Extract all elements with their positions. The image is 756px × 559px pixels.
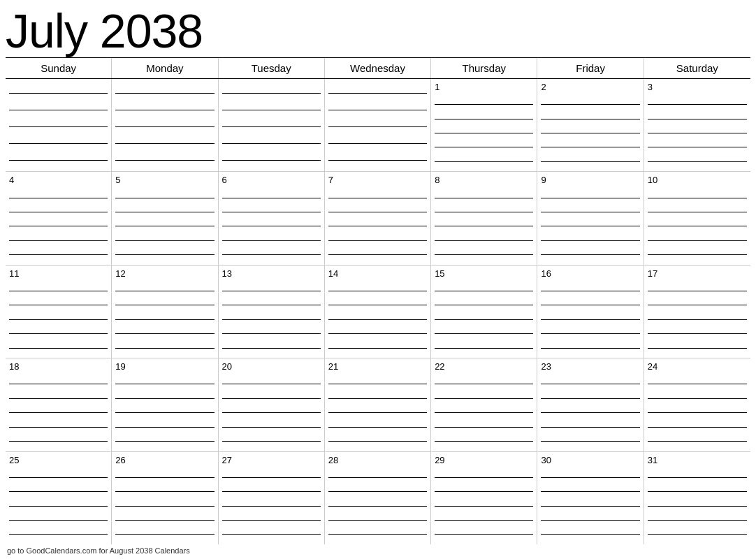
- lines-container: [328, 188, 427, 262]
- day-cell-8: 8: [431, 172, 537, 264]
- calendar-line: [222, 126, 321, 127]
- day-number-24: 24: [648, 361, 747, 372]
- lines-container: [648, 188, 747, 262]
- calendar-line: [648, 147, 747, 147]
- day-number-21: 21: [328, 361, 427, 372]
- calendar-line: [115, 491, 214, 492]
- calendar-line: [328, 427, 427, 428]
- calendar-line: [222, 534, 321, 535]
- lines-container: [648, 95, 747, 169]
- calendar-line: [9, 477, 108, 478]
- calendar-line: [115, 477, 214, 478]
- calendar-line: [648, 198, 747, 198]
- lines-container: [9, 467, 108, 542]
- day-header-monday: Monday: [112, 58, 218, 78]
- day-cell-20: 20: [219, 358, 325, 451]
- calendar-line: [648, 491, 747, 492]
- day-cell-5: 5: [112, 172, 218, 264]
- calendar-line: [435, 119, 533, 119]
- lines-container: [9, 188, 108, 262]
- calendar-line: [222, 143, 321, 144]
- calendar-line: [222, 240, 321, 241]
- day-cell-13: 13: [219, 266, 325, 358]
- calendar-line: [9, 254, 108, 255]
- calendar-line: [115, 93, 214, 94]
- calendar-line: [435, 398, 533, 399]
- calendar-line: [115, 226, 214, 226]
- calendar-line: [328, 384, 427, 384]
- calendar-line: [222, 305, 321, 305]
- calendar-line: [115, 143, 214, 144]
- calendar-line: [541, 104, 639, 105]
- calendar-line: [222, 427, 321, 428]
- day-number-6: 6: [222, 175, 321, 186]
- lines-container: [9, 281, 108, 355]
- calendar-line: [9, 319, 108, 320]
- calendar-line: [435, 333, 533, 334]
- calendar-line: [9, 240, 108, 241]
- calendar-line: [435, 534, 533, 535]
- day-cell-17: 17: [644, 266, 750, 358]
- calendar-line: [222, 520, 321, 521]
- lines-container: [435, 95, 533, 169]
- lines-container: [222, 467, 321, 542]
- calendar-line: [328, 198, 427, 198]
- day-cell-18: 18: [6, 358, 112, 451]
- calendar-line: [541, 161, 639, 162]
- lines-container: [222, 82, 321, 168]
- lines-container: [115, 467, 214, 542]
- lines-container: [648, 467, 747, 542]
- day-header-friday: Friday: [537, 58, 644, 78]
- calendar-line: [435, 477, 533, 478]
- day-cell-empty-0-0: [6, 79, 112, 171]
- calendar-line: [9, 398, 108, 399]
- calendar-line: [328, 291, 427, 291]
- calendar-line: [435, 254, 533, 255]
- calendar-line: [222, 198, 321, 198]
- lines-container: [9, 375, 108, 449]
- day-cell-6: 6: [219, 172, 325, 264]
- week-row-4: 18192021222324: [6, 358, 750, 451]
- calendar-line: [648, 212, 747, 212]
- day-number-29: 29: [435, 455, 533, 466]
- calendar-line: [541, 534, 639, 535]
- calendar-line: [9, 198, 108, 198]
- calendar-line: [648, 412, 747, 413]
- calendar-line: [541, 319, 639, 320]
- calendar-line: [222, 226, 321, 226]
- lines-container: [541, 281, 639, 355]
- day-cell-30: 30: [537, 452, 644, 544]
- calendar-line: [328, 110, 427, 110]
- calendar-line: [115, 441, 214, 442]
- week-row-1: 123: [6, 79, 750, 172]
- calendar-line: [541, 226, 639, 226]
- day-number-30: 30: [541, 455, 639, 466]
- calendar-line: [9, 333, 108, 334]
- day-header-wednesday: Wednesday: [325, 58, 431, 78]
- day-headers: SundayMondayTuesdayWednesdayThursdayFrid…: [6, 58, 750, 79]
- day-number-2: 2: [541, 82, 639, 93]
- calendar-line: [328, 398, 427, 399]
- calendar-line: [435, 240, 533, 241]
- calendar-line: [328, 348, 427, 349]
- calendar-line: [9, 305, 108, 305]
- calendar-line: [328, 254, 427, 255]
- day-number-15: 15: [435, 268, 533, 280]
- calendar-line: [435, 348, 533, 349]
- calendar-line: [222, 384, 321, 384]
- calendar-line: [222, 93, 321, 94]
- calendar-line: [541, 254, 639, 255]
- day-number-22: 22: [435, 361, 533, 372]
- day-number-20: 20: [222, 361, 321, 372]
- calendar-line: [9, 110, 108, 110]
- week-row-2: 45678910: [6, 172, 750, 265]
- calendar-line: [115, 291, 214, 291]
- calendar-line: [115, 198, 214, 198]
- calendar-line: [328, 520, 427, 521]
- calendar-line: [648, 240, 747, 241]
- calendar-line: [541, 520, 639, 521]
- day-number-12: 12: [115, 268, 214, 280]
- calendar-line: [648, 119, 747, 119]
- day-number-10: 10: [648, 175, 747, 186]
- calendar-line: [435, 520, 533, 521]
